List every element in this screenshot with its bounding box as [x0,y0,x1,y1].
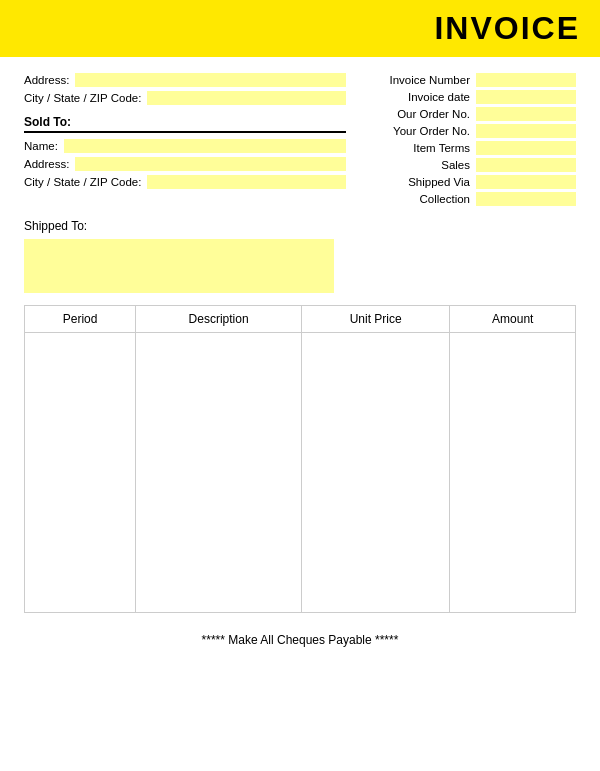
sold-to-section: Sold To: Name: Address: City / State / Z… [24,115,346,189]
invoice-title: INVOICE [0,10,580,47]
sold-city-row: City / State / ZIP Code: [24,175,346,189]
unit-price-cell[interactable] [301,333,449,613]
invoice-date-label: Invoice date [356,91,470,103]
sold-city-input[interactable] [147,175,346,189]
your-order-row: Your Order No. [356,124,576,138]
top-section: Address: City / State / ZIP Code: Sold T… [24,73,576,209]
shipped-to-section: Shipped To: [24,219,576,293]
sold-name-label: Name: [24,140,58,152]
our-order-row: Our Order No. [356,107,576,121]
left-column: Address: City / State / ZIP Code: Sold T… [24,73,346,209]
sold-name-input[interactable] [64,139,346,153]
period-cell[interactable] [25,333,136,613]
invoice-date-row: Invoice date [356,90,576,104]
invoice-number-input[interactable] [476,73,576,87]
invoice-number-label: Invoice Number [356,74,470,86]
collection-input[interactable] [476,192,576,206]
col-period: Period [25,306,136,333]
collection-row: Collection [356,192,576,206]
col-unit-price: Unit Price [301,306,449,333]
right-column: Invoice Number Invoice date Our Order No… [356,73,576,209]
collection-label: Collection [356,193,470,205]
your-order-label: Your Order No. [356,125,470,137]
sales-label: Sales [356,159,470,171]
item-terms-row: Item Terms [356,141,576,155]
sold-city-label: City / State / ZIP Code: [24,176,141,188]
col-amount: Amount [450,306,576,333]
footer-text: ***** Make All Cheques Payable ***** [202,633,399,647]
city-label: City / State / ZIP Code: [24,92,141,104]
shipped-to-input[interactable] [24,239,334,293]
table-row [25,333,576,613]
shipped-via-label: Shipped Via [356,176,470,188]
address-input[interactable] [75,73,346,87]
city-row: City / State / ZIP Code: [24,91,346,105]
invoice-date-input[interactable] [476,90,576,104]
sold-name-row: Name: [24,139,346,153]
shipped-via-row: Shipped Via [356,175,576,189]
address-row: Address: [24,73,346,87]
sold-address-row: Address: [24,157,346,171]
sold-address-input[interactable] [75,157,346,171]
table-header-row: Period Description Unit Price Amount [25,306,576,333]
invoice-table: Period Description Unit Price Amount [24,305,576,613]
sold-to-label: Sold To: [24,115,346,133]
item-terms-input[interactable] [476,141,576,155]
our-order-input[interactable] [476,107,576,121]
col-description: Description [136,306,302,333]
sales-row: Sales [356,158,576,172]
sales-input[interactable] [476,158,576,172]
invoice-number-row: Invoice Number [356,73,576,87]
shipped-via-input[interactable] [476,175,576,189]
footer: ***** Make All Cheques Payable ***** [24,627,576,653]
invoice-header: INVOICE [0,0,600,57]
sold-address-label: Address: [24,158,69,170]
address-label: Address: [24,74,69,86]
amount-cell[interactable] [450,333,576,613]
our-order-label: Our Order No. [356,108,470,120]
item-terms-label: Item Terms [356,142,470,154]
city-input[interactable] [147,91,346,105]
description-cell[interactable] [136,333,302,613]
your-order-input[interactable] [476,124,576,138]
main-content: Address: City / State / ZIP Code: Sold T… [0,57,600,669]
shipped-to-label: Shipped To: [24,219,576,233]
